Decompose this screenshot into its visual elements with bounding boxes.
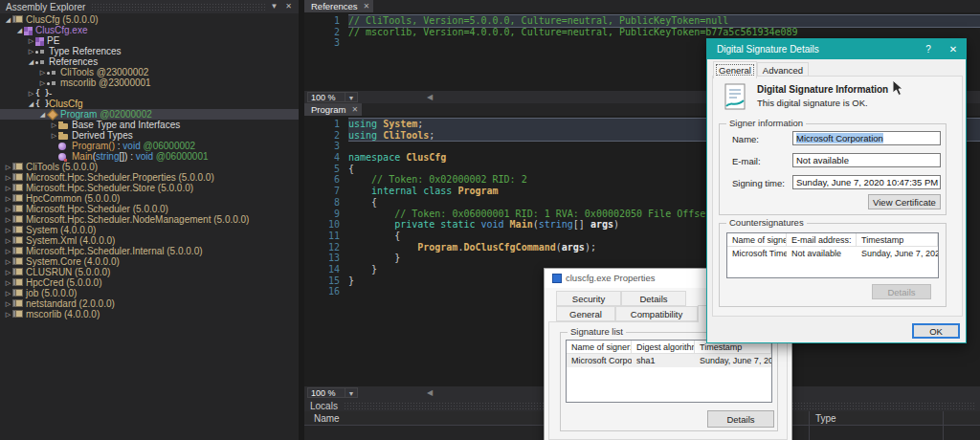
expand-icon[interactable]: ▷ — [50, 120, 58, 130]
expand-icon[interactable]: ▷ — [4, 204, 12, 214]
collapse-icon[interactable]: ◢ — [27, 56, 35, 67]
column-header[interactable]: Name of signer: — [567, 341, 632, 353]
column-header[interactable]: Digest algorithm — [632, 341, 695, 353]
tab-general[interactable]: General — [713, 61, 757, 78]
tree-item[interactable]: ▷netstandard (2.0.0.0) — [0, 298, 299, 309]
expand-icon[interactable]: ▷ — [4, 214, 12, 225]
expand-icon[interactable]: ▷ — [27, 88, 35, 99]
view-certificate-button[interactable]: View Certificate — [868, 194, 941, 209]
column-divider[interactable] — [943, 411, 944, 440]
tree-item[interactable]: ▷Microsoft.Hpc.Scheduler.Properties (5.0… — [0, 172, 299, 183]
tree-item[interactable]: ▷CliTools @23000002 — [0, 67, 299, 77]
tree-item[interactable]: ◢ClusCfg.exe — [0, 25, 299, 35]
zoom-level-combobox[interactable]: 100 % — [307, 92, 345, 102]
column-header-type[interactable]: Type — [815, 411, 836, 426]
tab-program[interactable]: Program ✕ — [304, 103, 362, 116]
close-icon[interactable]: ✕ — [351, 103, 358, 116]
tree-item[interactable]: ▷Microsoft.Hpc.Scheduler (5.0.0.0) — [0, 204, 299, 214]
tree-item[interactable]: ▷CLUSRUN (5.0.0.0) — [0, 267, 299, 277]
tree-item[interactable]: ▷HpcCommon (5.0.0.0) — [0, 193, 299, 204]
details-button[interactable]: Details — [872, 284, 931, 299]
tree-item[interactable]: ▷Type References — [0, 46, 299, 56]
scroll-left-icon[interactable]: ◀ — [427, 93, 433, 101]
expand-icon[interactable]: ▷ — [4, 298, 12, 309]
tree-item[interactable]: ◢References — [0, 56, 299, 67]
signing-time-field[interactable]: Sunday, June 7, 2020 10:47:35 PM — [792, 175, 941, 189]
expand-icon[interactable]: ▷ — [4, 246, 12, 256]
tree-item[interactable]: ▷Microsoft.Hpc.Scheduler.Store (5.0.0.0) — [0, 183, 299, 193]
close-icon[interactable]: ✕ — [941, 39, 966, 59]
tree-item[interactable]: ◢ClusCfg — [0, 99, 299, 109]
column-header[interactable]: Name of signer: — [727, 233, 787, 246]
tree-item[interactable]: ▷System (4.0.0.0) — [0, 225, 299, 235]
collapse-icon[interactable]: ◢ — [38, 109, 47, 120]
collapse-icon[interactable]: ◢ — [27, 99, 35, 109]
chevron-down-icon[interactable]: ▼ — [268, 1, 280, 12]
tree-item[interactable]: ▷mscorlib (4.0.0.0) — [0, 309, 299, 319]
expand-icon[interactable]: ▷ — [4, 288, 12, 298]
expand-icon[interactable]: ▷ — [27, 35, 35, 46]
close-icon[interactable]: ✕ — [364, 0, 370, 12]
line-number: 13 — [304, 253, 348, 264]
expand-icon[interactable]: ▷ — [38, 67, 47, 77]
code-line[interactable]: 1// CliTools, Version=5.0.0.0, Culture=n… — [304, 15, 980, 27]
chevron-down-icon[interactable]: ▼ — [345, 92, 358, 102]
expand-icon[interactable]: ▷ — [4, 162, 12, 172]
details-button[interactable]: Details — [707, 410, 774, 428]
tree-item[interactable]: ▷Microsoft.Hpc.Scheduler.NodeManagement … — [0, 214, 299, 225]
tree-item[interactable]: ▷job (5.0.0.0) — [0, 288, 299, 298]
column-header[interactable]: Timestamp — [857, 233, 938, 246]
expand-icon[interactable]: ▷ — [4, 256, 12, 267]
collapse-icon[interactable]: ◢ — [4, 14, 12, 25]
tree-item[interactable]: ▷Derived Types — [0, 130, 299, 141]
expand-icon[interactable]: ▷ — [4, 267, 12, 277]
signature-list-table[interactable]: Name of signer:Digest algorithmTimestamp… — [566, 340, 772, 403]
tree-item[interactable]: ▷- — [0, 88, 299, 99]
tab-references[interactable]: References ✕ — [304, 0, 373, 12]
tab-general[interactable]: General — [556, 306, 615, 321]
tree-label: : — [115, 141, 122, 151]
tab-details[interactable]: Details — [621, 291, 686, 306]
collapse-icon[interactable]: ◢ — [15, 25, 24, 35]
zoom-level-combobox[interactable]: 100 % — [307, 387, 345, 398]
table-row[interactable]: Microsoft Time-S...Not availableSunday, … — [727, 247, 938, 260]
tree-item[interactable]: ▷mscorlib @23000001 — [0, 77, 299, 88]
tree-item[interactable]: ▷System.Core (4.0.0.0) — [0, 256, 299, 267]
expand-icon[interactable]: ▷ — [27, 46, 35, 56]
expand-icon[interactable]: ▷ — [4, 193, 12, 204]
tree-item[interactable]: ▷PE — [0, 35, 299, 46]
tree-item[interactable]: ▷HpcCred (5.0.0.0) — [0, 277, 299, 288]
code-line[interactable]: 2// mscorlib, Version=4.0.0.0, Culture=n… — [304, 27, 980, 38]
tree-item[interactable]: Main(string[]) : void @06000001 — [0, 151, 299, 162]
dialog-titlebar[interactable]: Digital Signature Details ? ✕ — [707, 39, 966, 59]
close-icon[interactable]: ✕ — [282, 1, 295, 12]
tree-item[interactable]: ◢Program @02000002 — [0, 109, 299, 120]
column-header[interactable]: E-mail address: — [787, 233, 857, 246]
expand-icon[interactable]: ▷ — [4, 277, 12, 288]
email-field[interactable]: Not available — [792, 153, 941, 167]
chevron-down-icon[interactable]: ▼ — [345, 387, 358, 398]
help-icon[interactable]: ? — [916, 39, 941, 59]
tree-item[interactable]: ▷Base Type and Interfaces — [0, 120, 299, 130]
expand-icon[interactable]: ▷ — [50, 130, 58, 141]
tree-item[interactable]: ▷System.Xml (4.0.0.0) — [0, 235, 299, 246]
tree-item[interactable]: ◢ClusCfg (5.0.0.0) — [0, 14, 299, 25]
ok-button[interactable]: OK — [912, 323, 960, 339]
expand-icon[interactable]: ▷ — [38, 77, 47, 88]
tree-item[interactable]: ▷Microsoft.Hpc.Scheduler.Internal (5.0.0… — [0, 246, 299, 256]
expand-icon[interactable]: ▷ — [4, 183, 12, 193]
expand-icon[interactable]: ▷ — [4, 309, 12, 319]
tab-compatibility[interactable]: Compatibility — [615, 306, 698, 321]
countersignatures-table[interactable]: Name of signer:E-mail address:TimestampM… — [726, 232, 939, 278]
column-header-name[interactable]: Name — [314, 411, 340, 426]
tab-security[interactable]: Security — [556, 291, 621, 306]
scroll-left-icon[interactable]: ◀ — [427, 388, 433, 397]
name-field[interactable]: Microsoft Corporation — [792, 131, 941, 145]
column-divider[interactable] — [809, 411, 810, 440]
expand-icon[interactable]: ▷ — [4, 172, 12, 183]
tree-item[interactable]: Program() : void @06000002 — [0, 141, 299, 151]
expand-icon[interactable]: ▷ — [4, 225, 12, 235]
expand-icon[interactable]: ▷ — [4, 235, 12, 246]
table-row[interactable]: Microsoft Corpora...sha1Sunday, June 7, … — [567, 354, 771, 367]
tree-item[interactable]: ▷CliTools (5.0.0.0) — [0, 162, 299, 172]
